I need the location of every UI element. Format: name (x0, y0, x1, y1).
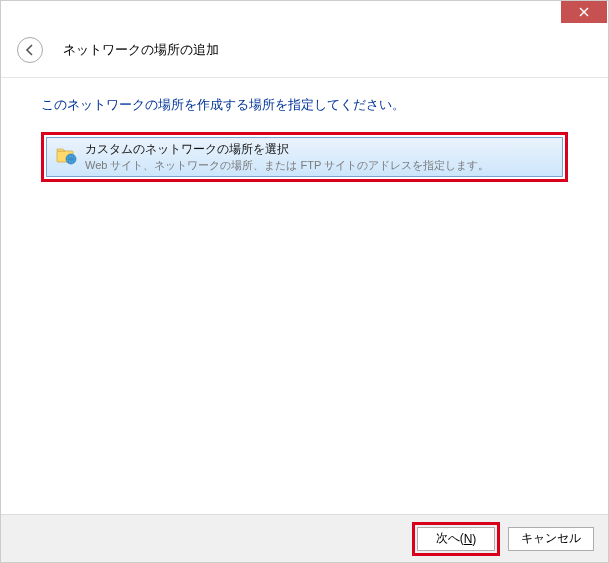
wizard-footer: 次へ(N) キャンセル (1, 514, 608, 562)
back-arrow-icon (23, 43, 37, 57)
next-label-suffix: ) (472, 532, 476, 546)
close-icon (579, 7, 589, 17)
highlight-option: カスタムのネットワークの場所を選択 Web サイト、ネットワークの場所、または … (41, 132, 568, 182)
wizard-title: ネットワークの場所の追加 (63, 41, 219, 59)
option-title: カスタムのネットワークの場所を選択 (85, 142, 489, 158)
wizard-header: ネットワークの場所の追加 (1, 29, 608, 78)
folder-globe-icon (55, 144, 77, 166)
close-button[interactable] (561, 1, 607, 23)
next-label-prefix: 次へ( (436, 530, 464, 547)
option-description: Web サイト、ネットワークの場所、または FTP サイトのアドレスを指定します… (85, 158, 489, 172)
highlight-next: 次へ(N) (412, 522, 500, 556)
next-button[interactable]: 次へ(N) (417, 527, 495, 551)
wizard-content: このネットワークの場所を作成する場所を指定してください。 カスタムのネットワーク… (1, 78, 608, 182)
next-mnemonic: N (464, 532, 473, 546)
titlebar (1, 1, 608, 29)
back-button[interactable] (17, 37, 43, 63)
instruction-text: このネットワークの場所を作成する場所を指定してください。 (41, 96, 568, 114)
option-text: カスタムのネットワークの場所を選択 Web サイト、ネットワークの場所、または … (85, 142, 489, 172)
cancel-button[interactable]: キャンセル (508, 527, 594, 551)
custom-location-option[interactable]: カスタムのネットワークの場所を選択 Web サイト、ネットワークの場所、または … (46, 137, 563, 177)
